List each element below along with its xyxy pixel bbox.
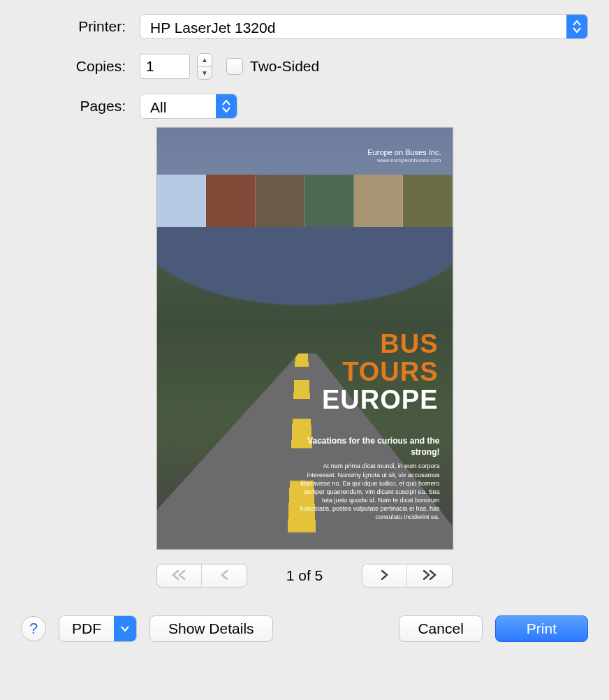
show-details-button[interactable]: Show Details [149,615,273,642]
help-icon: ? [29,620,38,638]
printer-dropdown[interactable]: HP LaserJet 1320d [140,14,588,39]
updown-arrows-icon [216,94,237,118]
copies-label: Copies: [21,58,140,75]
preview-headline-3: EUROPE [322,386,438,414]
double-chevron-right-icon [423,570,436,582]
chevron-left-icon [220,570,228,582]
print-button[interactable]: Print [495,615,588,642]
printer-row: Printer: HP LaserJet 1320d [21,14,588,39]
prev-page-button[interactable] [202,564,247,587]
preview-company-url: www.europeonbuses.com [367,157,441,164]
double-chevron-left-icon [172,570,186,582]
copies-row: Copies: ▲ ▼ Two-Sided [21,53,588,80]
preview-headlines: BUS TOURS EUROPE [322,330,438,414]
copies-input[interactable] [140,54,190,79]
chevron-down-icon [114,616,136,641]
printer-label: Printer: [21,18,140,35]
preview-company: Europe on Buses Inc. www.europeonbuses.c… [367,147,441,165]
preview-company-name: Europe on Buses Inc. [367,147,441,157]
first-page-button[interactable] [157,564,202,587]
help-button[interactable]: ? [21,616,46,641]
page-indicator: 1 of 5 [286,567,323,584]
stepper-up-icon[interactable]: ▲ [198,54,212,67]
pages-selected: All [140,94,216,118]
bottom-bar: ? PDF Show Details Cancel Print [21,615,588,642]
preview-thumb-row [157,175,453,227]
chevron-right-icon [381,570,389,582]
printer-selected: HP LaserJet 1320d [140,15,566,38]
page-preview: Europe on Buses Inc. www.europeonbuses.c… [156,127,453,550]
pages-label: Pages: [21,98,140,115]
print-dialog: Printer: HP LaserJet 1320d Copies: ▲ ▼ T… [0,0,609,663]
preview-headline-1: BUS [322,330,438,358]
preview-area: Europe on Buses Inc. www.europeonbuses.c… [21,127,588,588]
preview-body: At nam prima dicat mundi, in eum corpora… [293,462,440,521]
pdf-dropdown[interactable]: PDF [59,615,137,642]
pdf-label: PDF [59,616,114,641]
preview-tagline: Vacations for the curious and the strong… [293,435,440,458]
pages-row: Pages: All [21,94,588,119]
copies-stepper[interactable]: ▲ ▼ [197,53,212,80]
preview-headline-2: TOURS [322,358,438,386]
pages-dropdown[interactable]: All [140,94,237,119]
next-page-button[interactable] [362,564,407,587]
page-pager: 1 of 5 [156,564,453,588]
cancel-button[interactable]: Cancel [399,615,482,642]
preview-blurb: Vacations for the curious and the strong… [293,435,440,521]
form-rows: Printer: HP LaserJet 1320d Copies: ▲ ▼ T… [21,14,588,119]
two-sided-checkbox[interactable] [226,58,243,75]
pager-forward-group [362,564,453,588]
pager-back-group [156,564,247,588]
last-page-button[interactable] [407,564,452,587]
updown-arrows-icon [566,15,587,38]
stepper-down-icon[interactable]: ▼ [198,67,212,80]
two-sided-label: Two-Sided [250,58,319,75]
